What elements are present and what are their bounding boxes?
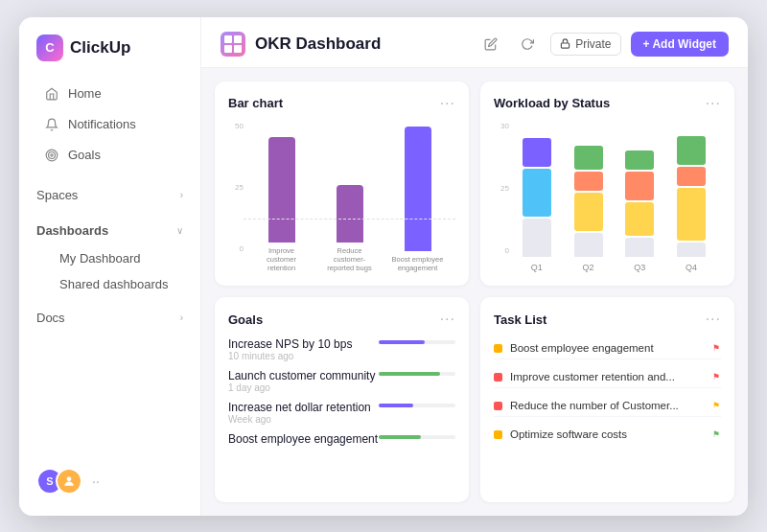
task-left-2: Improve customer retention and... <box>494 371 675 382</box>
goal-item-1: Increase NPS by 10 bps 10 minutes ago <box>228 337 455 361</box>
task-name-2: Improve customer retention and... <box>510 371 675 382</box>
workload-widget: Workload by Status ··· 30 25 0 <box>480 81 734 287</box>
main-content: OKR Dashboard Private + Add Widget <box>201 17 748 516</box>
bell-icon <box>44 117 59 132</box>
task-dot-4 <box>494 430 502 439</box>
home-icon <box>44 86 59 102</box>
q2-label: Q2 <box>583 263 594 272</box>
target-icon <box>44 148 59 163</box>
page-title: OKR Dashboard <box>255 35 381 54</box>
bar-3 <box>405 127 431 251</box>
task-list-header: Task List ··· <box>494 311 721 328</box>
goals-list: Increase NPS by 10 bps 10 minutes ago La… <box>228 337 455 446</box>
sidebar-shared-dashboards[interactable]: Shared dashboards <box>19 271 200 297</box>
sidebar-bottom: S ·· <box>19 458 200 504</box>
sidebar-item-notifications[interactable]: Notifications <box>27 110 193 139</box>
sidebar-item-home-label: Home <box>68 86 102 101</box>
workload-q3: Q3 <box>625 150 654 272</box>
sidebar-item-goals-label: Goals <box>68 148 101 162</box>
svg-point-2 <box>51 153 53 155</box>
workload-chart-area: 30 25 0 Q1 <box>494 122 721 273</box>
task-name-3: Reduce the number of Customer... <box>510 400 679 411</box>
sidebar-item-notifications-label: Notifications <box>68 117 136 131</box>
q2-seg-green <box>574 146 603 170</box>
task-left-3: Reduce the number of Customer... <box>494 400 679 411</box>
svg-rect-4 <box>562 43 569 48</box>
task-list-menu[interactable]: ··· <box>706 311 721 328</box>
sidebar: C ClickUp Home Notifications Goals Space… <box>19 17 201 516</box>
bar-label-3: Boost employee engagement <box>389 255 447 272</box>
task-item-2: Improve customer retention and... ⚑ <box>494 366 721 388</box>
q3-seg-green <box>625 150 654 170</box>
q2-seg-yellow <box>574 193 603 231</box>
task-flag-2: ⚑ <box>711 372 721 382</box>
logo-text: ClickUp <box>70 38 130 58</box>
task-dot-3 <box>494 402 502 410</box>
dashboard-grid: Bar chart ··· 50 25 0 Improve customer r… <box>201 68 748 516</box>
workload-q4: Q4 <box>677 136 706 272</box>
bar-chart-header: Bar chart ··· <box>228 95 455 112</box>
task-flag-1: ⚑ <box>711 343 721 353</box>
goal-time-3: Week ago <box>228 414 371 425</box>
sidebar-item-home[interactable]: Home <box>27 80 193 108</box>
task-list: Boost employee engagement ⚑ Improve cust… <box>494 337 721 445</box>
dashboards-label: Dashboards <box>36 223 108 238</box>
sidebar-dashboards[interactable]: Dashboards ∨ <box>19 217 200 244</box>
sidebar-spaces[interactable]: Spaces › <box>19 181 200 209</box>
goal-time-1: 10 minutes ago <box>228 351 352 361</box>
goal-item-3: Increase net dollar retention Week ago <box>228 401 455 425</box>
sidebar-my-dashboard[interactable]: My Dashboard <box>19 245 200 271</box>
task-name-4: Optimize software costs <box>510 428 627 440</box>
bar-chart-menu[interactable]: ··· <box>440 95 455 112</box>
logo-icon: C <box>36 35 63 61</box>
task-list-widget: Task List ··· Boost employee engagement … <box>480 297 734 502</box>
spaces-label: Spaces <box>36 188 78 202</box>
workload-title: Workload by Status <box>494 96 610 110</box>
goal-item-2: Launch customer community 1 day ago <box>228 369 455 393</box>
workload-y-axis: 30 25 0 <box>494 122 509 256</box>
q4-seg-yellow <box>677 188 706 241</box>
topbar: OKR Dashboard Private + Add Widget <box>201 17 748 68</box>
q1-seg-blue <box>523 169 551 217</box>
spaces-chevron: › <box>180 190 183 200</box>
task-dot-2 <box>494 373 502 382</box>
refresh-button[interactable] <box>514 31 541 58</box>
bar-group-2: Reduce customer-reported bugs <box>315 185 384 272</box>
topbar-right: Private + Add Widget <box>477 31 729 58</box>
user-dots: ·· <box>92 474 100 489</box>
q4-label: Q4 <box>686 263 697 272</box>
bar-label-2: Reduce customer-reported bugs <box>321 246 379 272</box>
sidebar-docs[interactable]: Docs › <box>19 304 200 332</box>
task-flag-3: ⚑ <box>711 401 721 410</box>
bar-label-1: Improve customer retention <box>253 246 311 272</box>
bar-chart-y-axis: 50 25 0 <box>228 122 244 254</box>
dashed-line <box>244 219 455 220</box>
task-left-4: Optimize software costs <box>494 428 627 440</box>
bar-group-1: Improve customer retention <box>247 137 315 272</box>
task-item-1: Boost employee engagement ⚑ <box>494 337 721 359</box>
avatar-img <box>56 468 82 495</box>
app-window: C ClickUp Home Notifications Goals Space… <box>19 17 748 516</box>
task-item-3: Reduce the number of Customer... ⚑ <box>494 395 721 417</box>
workload-menu[interactable]: ··· <box>706 95 721 112</box>
add-widget-button[interactable]: + Add Widget <box>631 32 729 57</box>
bar-chart-area: 50 25 0 Improve customer retention Reduc… <box>228 122 455 273</box>
private-badge[interactable]: Private <box>550 33 620 56</box>
dashboard-icon <box>221 32 245 57</box>
task-name-1: Boost employee engagement <box>510 342 654 354</box>
goal-time-2: 1 day ago <box>228 382 375 393</box>
svg-point-3 <box>67 476 72 481</box>
q3-seg-gray <box>625 238 654 257</box>
bar-1 <box>268 137 295 243</box>
sidebar-item-goals[interactable]: Goals <box>27 141 193 170</box>
goals-menu[interactable]: ··· <box>440 311 455 328</box>
goal-item-4: Boost employee engagement <box>228 432 455 446</box>
edit-button[interactable] <box>477 31 504 58</box>
docs-label: Docs <box>36 311 65 325</box>
q4-seg-gray <box>677 243 706 257</box>
task-item-4: Optimize software costs ⚑ <box>494 424 721 445</box>
task-dot-1 <box>494 344 502 353</box>
bar-2 <box>337 185 363 243</box>
q3-label: Q3 <box>634 263 645 272</box>
goals-title: Goals <box>228 312 263 327</box>
